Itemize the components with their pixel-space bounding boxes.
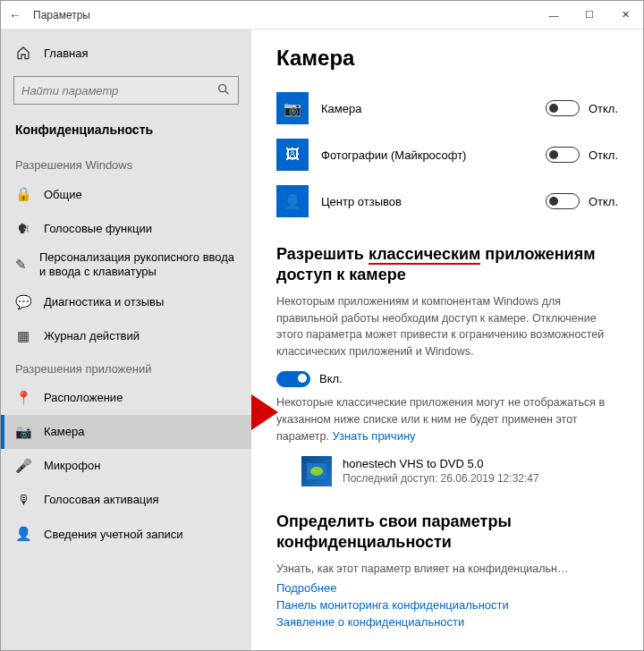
toggle-state: Вкл.	[319, 372, 343, 385]
pen-icon: ✎	[15, 257, 27, 273]
toggle-state: Откл.	[589, 195, 618, 208]
home-row[interactable]: Главная	[1, 37, 251, 69]
window-title: Параметры	[30, 9, 536, 21]
svg-point-3	[310, 467, 323, 476]
section-header-windows-permissions: Разрешения Windows	[1, 149, 251, 177]
voice-activation-icon: 🎙	[15, 492, 31, 507]
desktop-app-icon	[301, 456, 332, 486]
app-name: Камера	[321, 102, 546, 115]
sidebar-item-general[interactable]: 🔒 Общие	[1, 177, 251, 211]
app-row-camera: 📷 Камера Откл.	[276, 87, 618, 130]
activity-icon: ▦	[15, 328, 31, 344]
svg-marker-4	[251, 376, 278, 448]
sidebar-item-label: Микрофон	[44, 459, 100, 472]
svg-point-0	[219, 84, 226, 91]
sidebar-item-location[interactable]: 📍 Расположение	[1, 381, 251, 415]
sidebar-item-label: Камера	[44, 425, 84, 438]
search-box[interactable]	[13, 76, 239, 105]
underlined-word: классическим	[369, 245, 480, 265]
desktop-app-last-access: Последний доступ: 26.06.2019 12:32:47	[343, 472, 539, 485]
home-icon	[15, 46, 31, 60]
sidebar-item-label: Персонализация рукописного ввода и ввода…	[39, 250, 237, 280]
link-privacy-statement[interactable]: Заявление о конфиденциальности	[276, 615, 618, 629]
sidebar-item-label: Голосовая активация	[44, 493, 159, 506]
toggle-state: Откл.	[589, 148, 618, 162]
main-content: Камера 📷 Камера Откл. 🖼 Фотографии (Майк…	[251, 30, 643, 650]
feedback-hub-icon: 👤	[276, 185, 309, 217]
classic-note: Некоторые классические приложения могут …	[276, 394, 618, 445]
app-row-photos: 🖼 Фотографии (Майкрософт) Откл.	[276, 133, 618, 176]
toggle-photos-app[interactable]	[546, 147, 580, 163]
learn-why-link[interactable]: Узнать причину	[332, 429, 415, 443]
minimize-button[interactable]: —	[536, 1, 572, 30]
sidebar-item-account-info[interactable]: 👤 Сведения учетной записи	[1, 517, 251, 551]
account-icon: 👤	[15, 526, 31, 542]
link-privacy-dashboard[interactable]: Панель мониторинга конфиденциальности	[276, 598, 618, 612]
sidebar-item-label: Расположение	[44, 391, 123, 404]
search-icon	[216, 82, 231, 99]
section-header-app-permissions: Разрешения приложений	[1, 353, 251, 381]
microphone-icon: 🎤	[15, 458, 31, 474]
sidebar-item-voice-activation[interactable]: 🎙 Голосовая активация	[1, 483, 251, 517]
desktop-app-name: honestech VHS to DVD 5.0	[343, 456, 539, 472]
sidebar-item-label: Журнал действий	[44, 329, 140, 342]
classic-apps-desc: Некоторым приложениям и компонентам Wind…	[276, 293, 618, 360]
voice-icon: 🗣	[15, 221, 31, 236]
feedback-icon: 💬	[15, 294, 31, 310]
desktop-app-row: honestech VHS to DVD 5.0 Последний досту…	[301, 456, 618, 486]
sidebar-item-label: Диагностика и отзывы	[44, 295, 164, 309]
sidebar-item-activity[interactable]: ▦ Журнал действий	[1, 319, 251, 353]
sidebar-item-label: Общие	[44, 188, 82, 201]
sidebar-item-label: Сведения учетной записи	[44, 528, 183, 541]
back-button[interactable]: ←	[1, 8, 30, 22]
privacy-desc: Узнать, как этот параметр влияет на конф…	[276, 561, 618, 578]
lock-icon: 🔒	[15, 186, 31, 202]
close-button[interactable]: ✕	[607, 1, 643, 30]
sidebar-item-camera[interactable]: 📷 Камера	[1, 415, 251, 449]
location-icon: 📍	[15, 390, 31, 406]
photos-app-icon: 🖼	[276, 139, 309, 171]
camera-app-icon: 📷	[276, 92, 309, 124]
privacy-heading: Определить свои параметры конфиденциальн…	[276, 512, 618, 554]
svg-line-1	[225, 90, 229, 94]
app-name: Фотографии (Майкрософт)	[321, 148, 546, 162]
classic-toggle-row: Вкл.	[276, 371, 618, 387]
maximize-button[interactable]: ☐	[572, 1, 607, 30]
toggle-classic-apps[interactable]	[276, 371, 310, 387]
app-row-feedback-hub: 👤 Центр отзывов Откл.	[276, 180, 618, 223]
sidebar-item-voice[interactable]: 🗣 Голосовые функции	[1, 211, 251, 245]
toggle-camera-app[interactable]	[546, 100, 580, 116]
search-input[interactable]	[21, 84, 216, 97]
toggle-state: Откл.	[589, 102, 618, 115]
toggle-feedback-hub[interactable]	[546, 193, 580, 209]
page-title: Камера	[276, 46, 618, 71]
link-learn-more[interactable]: Подробнее	[276, 581, 618, 595]
sidebar-item-microphone[interactable]: 🎤 Микрофон	[1, 449, 251, 483]
app-name: Центр отзывов	[321, 195, 546, 208]
sidebar-item-inking[interactable]: ✎ Персонализация рукописного ввода и вво…	[1, 245, 251, 285]
camera-icon: 📷	[15, 424, 31, 440]
sidebar-category: Конфиденциальность	[1, 114, 251, 149]
sidebar-item-feedback[interactable]: 💬 Диагностика и отзывы	[1, 285, 251, 319]
titlebar: ← Параметры — ☐ ✕	[1, 1, 643, 30]
sidebar-item-label: Голосовые функции	[44, 222, 152, 235]
home-label: Главная	[44, 46, 88, 60]
sidebar: Главная Конфиденциальность Разрешения Wi…	[1, 30, 251, 650]
classic-apps-heading: Разрешить классическим приложениям досту…	[276, 244, 618, 286]
